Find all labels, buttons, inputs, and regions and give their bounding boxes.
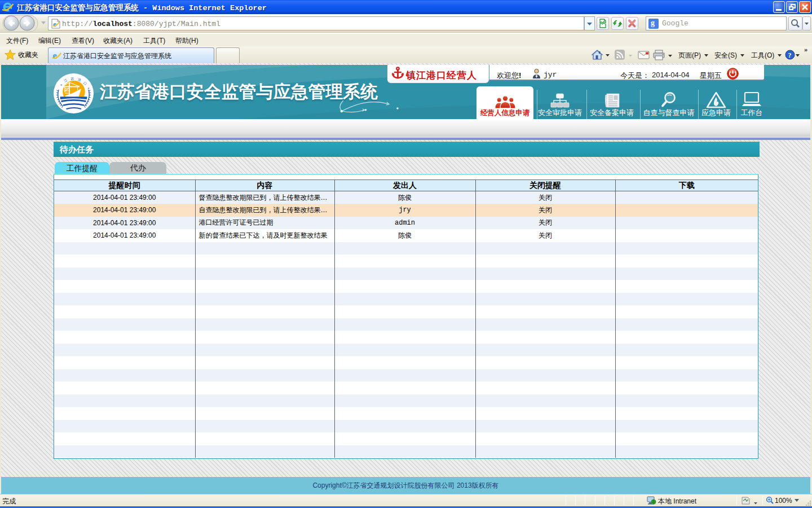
svg-text:苏: 苏 (70, 76, 74, 80)
svg-text:e: e (53, 20, 56, 28)
svg-text:e: e (53, 51, 57, 60)
svg-text:?: ? (788, 51, 792, 59)
